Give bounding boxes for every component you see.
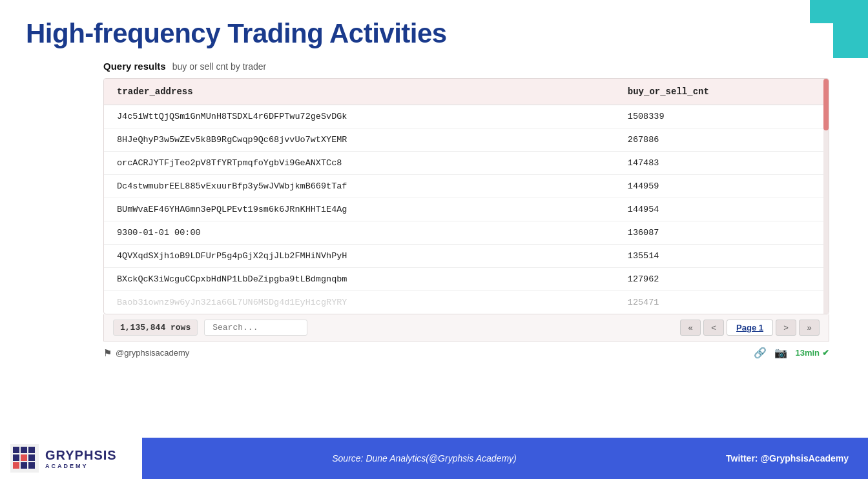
cell-trader-address: BXckQcK3iWcguCCpxbHdNP1LbDeZipgba9tLBdmg… (104, 268, 615, 291)
table-row: 8HJeQhyP3w5wZEv5k8B9RgCwqp9Qc68jvvUo7wtX… (104, 128, 829, 152)
svg-rect-5 (21, 462, 27, 469)
cell-trader-address: orcACRJYTFjTeo2pV8TfYRTpmqfoYgbVi9GeANXT… (104, 152, 615, 175)
table-row: Baob3iownz9w6yJn32ia6GL7UN6MSDg4d1EyHicg… (104, 291, 829, 314)
footer-twitter: Twitter: @GryphsisAcademy (707, 453, 868, 464)
table-row: 9300-01-01 00:00136087 (104, 221, 829, 245)
pagination-bar: 1,135,844 rows « < Page 1 > » (103, 314, 829, 341)
table-scroll-area[interactable]: trader_address buy_or_sell_cnt J4c5iWttQ… (104, 79, 829, 314)
col-header-buy-sell-cnt: buy_or_sell_cnt (615, 79, 829, 105)
table-body: J4c5iWttQjQSm1GnMUnH8TSDXL4r6DFPTwu72geS… (104, 105, 829, 314)
footer-logo-text: GRYPHSIS ACADEMY (45, 448, 117, 469)
nav-first-button[interactable]: « (680, 320, 701, 336)
cell-buy-sell-cnt: 144959 (615, 175, 829, 198)
timer-badge: 13min ✔ (795, 348, 829, 358)
query-label-row: Query results buy or sell cnt by trader (103, 61, 842, 72)
share-icon[interactable]: 🔗 (754, 347, 767, 359)
table-row: J4c5iWttQjQSm1GnMUnH8TSDXL4r6DFPTwu72geS… (104, 105, 829, 128)
cell-trader-address: 9300-01-01 00:00 (104, 221, 615, 245)
cell-buy-sell-cnt: 147483 (615, 152, 829, 175)
table-row: BUmWvaEF46YHAGmn3ePQLPEvt19sm6k6JRnKHHTi… (104, 198, 829, 221)
svg-rect-4 (13, 462, 19, 469)
cell-buy-sell-cnt: 144954 (615, 198, 829, 221)
dune-attribution: ⚑ @gryphsisacademy (103, 347, 189, 359)
cell-trader-address: J4c5iWttQjQSm1GnMUnH8TSDXL4r6DFPTwu72geS… (104, 105, 615, 128)
camera-icon[interactable]: 📷 (774, 347, 787, 359)
attribution-row: ⚑ @gryphsisacademy 🔗 📷 13min ✔ (103, 347, 842, 359)
svg-rect-1 (13, 447, 19, 453)
cell-trader-address: Dc4stwmubrEEL885vExuurBfp3y5wJVWbjkmB669… (104, 175, 615, 198)
search-input[interactable] (204, 320, 307, 336)
cell-buy-sell-cnt: 125471 (615, 291, 829, 314)
page-title: High-frequency Trading Activities (26, 18, 842, 49)
page-indicator: Page 1 (727, 320, 773, 336)
page-nav-buttons: « < Page 1 > » (680, 320, 820, 336)
table-row: orcACRJYTFjTeo2pV8TfYRTpmqfoYgbVi9GeANXT… (104, 152, 829, 175)
results-table: trader_address buy_or_sell_cnt J4c5iWttQ… (104, 79, 829, 314)
cell-buy-sell-cnt: 267886 (615, 128, 829, 152)
footer-logo-area: GRYPHSIS ACADEMY (0, 438, 142, 479)
cell-trader-address: BUmWvaEF46YHAGmn3ePQLPEvt19sm6k6JRnKHHTi… (104, 198, 615, 221)
dune-icon: ⚑ (103, 347, 112, 359)
scrollbar-track[interactable] (823, 79, 829, 314)
query-subtitle: buy or sell cnt by trader (172, 61, 267, 72)
footer-source: Source: Dune Analytics(@Gryphsis Academy… (142, 453, 707, 464)
svg-rect-7 (28, 462, 35, 469)
main-content: High-frequency Trading Activities Query … (0, 0, 868, 438)
nav-next-button[interactable]: > (776, 320, 796, 336)
cell-buy-sell-cnt: 1508339 (615, 105, 829, 128)
table-row: 4QVXqdSXjh1oB9LDFUrP5g4pGjX2qjJLb2FMHiNV… (104, 245, 829, 268)
table-row: BXckQcK3iWcguCCpxbHdNP1LbDeZipgba9tLBdmg… (104, 268, 829, 291)
nav-prev-button[interactable]: < (703, 320, 724, 336)
attribution-handle: @gryphsisacademy (116, 348, 189, 358)
footer-brand-name: GRYPHSIS (45, 448, 117, 463)
cell-buy-sell-cnt: 127962 (615, 268, 829, 291)
results-table-container: trader_address buy_or_sell_cnt J4c5iWttQ… (103, 78, 829, 314)
timer-check-icon: ✔ (822, 348, 829, 358)
row-count: 1,135,844 rows (113, 320, 198, 336)
footer-brand-sub: ACADEMY (45, 463, 117, 469)
timer-value: 13min (795, 348, 820, 358)
table-header: trader_address buy_or_sell_cnt (104, 79, 829, 105)
cell-buy-sell-cnt: 135514 (615, 245, 829, 268)
svg-rect-8 (21, 454, 27, 461)
query-results-label: Query results (103, 61, 166, 72)
cell-trader-address: Baob3iownz9w6yJn32ia6GL7UN6MSDg4d1EyHicg… (104, 291, 615, 314)
table-row: Dc4stwmubrEEL885vExuurBfp3y5wJVWbjkmB669… (104, 175, 829, 198)
svg-rect-6 (28, 454, 35, 461)
svg-rect-9 (28, 447, 35, 453)
cell-buy-sell-cnt: 136087 (615, 221, 829, 245)
col-header-trader-address: trader_address (104, 79, 615, 105)
scrollbar-thumb[interactable] (823, 79, 829, 130)
svg-rect-2 (21, 447, 27, 453)
svg-rect-3 (13, 454, 19, 461)
gryphsis-logo-icon (10, 444, 39, 473)
right-icons: 🔗 📷 13min ✔ (754, 347, 829, 359)
nav-last-button[interactable]: » (799, 320, 820, 336)
cell-trader-address: 4QVXqdSXjh1oB9LDFUrP5g4pGjX2qjJLb2FMHiNV… (104, 245, 615, 268)
footer: GRYPHSIS ACADEMY Source: Dune Analytics(… (0, 438, 868, 479)
page-wrapper: High-frequency Trading Activities Query … (0, 0, 868, 479)
cell-trader-address: 8HJeQhyP3w5wZEv5k8B9RgCwqp9Qc68jvvUo7wtX… (104, 128, 615, 152)
